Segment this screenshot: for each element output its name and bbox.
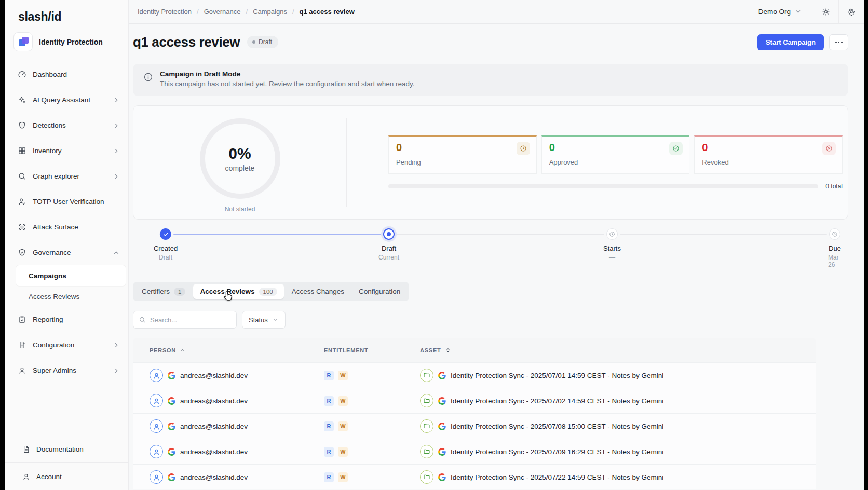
product-header[interactable]: Identity Protection — [13, 32, 120, 51]
tab-access-changes[interactable]: Access Changes — [285, 284, 351, 299]
timeline-step-due: Due Mar 26 — [828, 228, 842, 268]
tab-certifiers[interactable]: Certifiers 1 — [135, 284, 192, 299]
user-avatar-icon — [150, 470, 163, 484]
sidebar-item-attack-surface[interactable]: Attack Surface — [5, 214, 128, 240]
sidebar-item-dashboard[interactable]: Dashboard — [5, 62, 128, 87]
google-icon — [168, 372, 175, 379]
approved-count: 0 — [549, 142, 682, 154]
sidebar-subitem-label: Access Reviews — [29, 293, 79, 301]
asset-cell: Identity Protection Sync - 2025/07/01 14… — [420, 369, 816, 382]
sidebar-item-documentation[interactable]: Documentation — [5, 435, 128, 462]
status-filter-dropdown[interactable]: Status — [242, 311, 286, 329]
tab-configuration[interactable]: Configuration — [352, 284, 407, 299]
sidebar-item-super-admins[interactable]: Super Admins — [5, 358, 128, 383]
breadcrumb-current: q1 access review — [287, 8, 355, 16]
topbar: Identity Protection Governance Campaigns… — [129, 0, 864, 24]
header-actions: Start Campaign — [757, 34, 848, 50]
table-row[interactable]: andreas@slashid.dev R W Identity Protect… — [133, 362, 816, 388]
google-icon — [168, 423, 175, 430]
info-icon — [143, 72, 153, 82]
sidebar-item-campaigns[interactable]: Campaigns — [16, 265, 126, 286]
sidebar-item-detections[interactable]: Detections — [5, 113, 128, 138]
stat-card-approved: 0 Approved — [541, 135, 690, 174]
clipboard-icon — [18, 315, 26, 324]
revoked-label: Revoked — [702, 158, 835, 166]
table-row[interactable]: andreas@slashid.dev R W Identity Protect… — [133, 388, 816, 413]
sidebar-footer-label: Documentation — [36, 445, 84, 453]
timeline-step-label: Draft — [382, 244, 396, 252]
column-header-asset[interactable]: Asset — [420, 347, 816, 353]
table-row[interactable]: andreas@slashid.dev R W Identity Protect… — [133, 464, 816, 489]
asset-cell: Identity Protection Sync - 2025/07/22 14… — [420, 470, 816, 484]
pending-label: Pending — [396, 158, 529, 166]
breadcrumb-governance[interactable]: Governance — [192, 8, 240, 16]
dashboard-icon — [18, 70, 26, 79]
write-entitlement-badge: W — [338, 472, 348, 482]
sidebar-item-account[interactable]: Account — [5, 462, 128, 490]
sidebar-item-ai-query-assistant[interactable]: AI Query Assistant — [5, 87, 128, 113]
stats-section: 0 Pending 0 Approved 0 Revoked — [347, 106, 848, 219]
clock-icon — [829, 228, 840, 240]
sidebar-item-configuration[interactable]: Configuration — [5, 332, 128, 358]
folder-icon — [420, 394, 433, 407]
timeline-step-draft: Draft Current — [378, 228, 399, 261]
breadcrumb-campaigns[interactable]: Campaigns — [241, 8, 287, 16]
sidebar-item-reporting[interactable]: Reporting — [5, 307, 128, 332]
column-header-entitlement[interactable]: Entitlement — [324, 347, 420, 353]
chevron-right-icon — [113, 367, 120, 374]
sidebar-item-governance[interactable]: Governance — [5, 240, 128, 265]
total-count: 0 total — [825, 183, 843, 190]
sliders-icon — [18, 341, 26, 349]
status-filter-label: Status — [249, 316, 268, 324]
page-content: q1 access review Draft Start Campaign Ca… — [129, 24, 864, 490]
sidebar-item-label: AI Query Assistant — [33, 96, 90, 104]
read-entitlement-badge: R — [324, 447, 334, 457]
status-dot-icon — [252, 40, 255, 44]
sidebar-item-access-reviews[interactable]: Access Reviews — [16, 286, 126, 307]
timeline-segment — [620, 234, 827, 235]
target-icon — [18, 223, 26, 232]
sidebar-item-label: Dashboard — [33, 71, 67, 78]
breadcrumb-identity-protection[interactable]: Identity Protection — [138, 8, 192, 16]
start-campaign-button[interactable]: Start Campaign — [757, 34, 824, 50]
clock-icon — [606, 228, 618, 240]
brand-logo: slash/id — [5, 0, 128, 24]
search-input[interactable] — [150, 316, 231, 324]
more-actions-button[interactable] — [829, 34, 848, 50]
page-title: q1 access review — [133, 34, 240, 50]
folder-icon — [420, 369, 433, 382]
column-header-person[interactable]: Person — [133, 347, 324, 353]
timeline-step-label: Due — [829, 244, 841, 252]
completion-state: Not started — [225, 206, 255, 213]
user-avatar-icon — [150, 419, 163, 433]
table-row[interactable]: andreas@slashid.dev R W Identity Protect… — [133, 439, 816, 464]
asset-cell: Identity Protection Sync - 2025/07/09 16… — [420, 445, 816, 458]
gear-icon — [847, 8, 856, 16]
completion-caption: complete — [225, 164, 255, 172]
sidebar: slash/id Identity Protection Dashboard A… — [5, 0, 129, 490]
product-label: Identity Protection — [39, 38, 103, 46]
sidebar-item-graph-explorer[interactable]: Graph explorer — [5, 164, 128, 189]
asset-name: Identity Protection Sync - 2025/07/09 16… — [451, 448, 663, 456]
access-reviews-table: Person Entitlement Asset an — [133, 338, 816, 489]
read-entitlement-badge: R — [324, 472, 334, 482]
sidebar-item-inventory[interactable]: Inventory — [5, 138, 128, 164]
completion-donut-section: 0% complete Not started — [133, 106, 346, 219]
settings-button[interactable] — [839, 0, 864, 23]
person-email: andreas@slashid.dev — [180, 397, 248, 405]
total-progress-row: 0 total — [388, 183, 843, 190]
org-switcher[interactable]: Demo Org — [747, 0, 813, 23]
write-entitlement-badge: W — [338, 447, 348, 457]
tab-label: Certifiers — [142, 288, 170, 295]
table-row[interactable]: andreas@slashid.dev R W Identity Protect… — [133, 413, 816, 439]
banner-title: Campaign in Draft Mode — [160, 70, 415, 78]
theme-toggle-button[interactable] — [813, 0, 838, 23]
google-icon — [168, 473, 175, 481]
asset-name: Identity Protection Sync - 2025/07/01 14… — [451, 372, 663, 379]
banner-message: This campaign has not started yet. Revie… — [160, 80, 415, 88]
tab-access-reviews[interactable]: Access Reviews 100 — [193, 284, 283, 299]
sidebar-item-totp-user-verification[interactable]: TOTP User Verification — [5, 189, 128, 214]
entitlement-cell: R W — [324, 421, 420, 431]
sidebar-item-label: Super Admins — [33, 366, 76, 374]
identity-protection-icon — [13, 32, 33, 51]
